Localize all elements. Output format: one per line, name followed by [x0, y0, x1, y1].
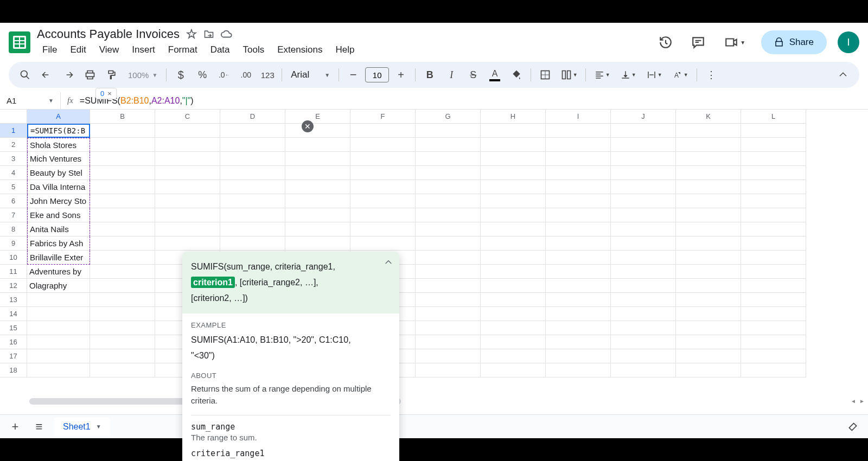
- column-header[interactable]: D: [220, 110, 285, 124]
- cell[interactable]: [611, 166, 676, 180]
- history-icon[interactable]: [655, 31, 676, 53]
- fill-color-icon[interactable]: [507, 65, 526, 85]
- cell[interactable]: [546, 124, 611, 138]
- cell[interactable]: [676, 321, 741, 335]
- cell[interactable]: [416, 265, 481, 279]
- cell[interactable]: [676, 307, 741, 321]
- cell[interactable]: [285, 208, 350, 222]
- cell[interactable]: [741, 180, 806, 194]
- cell[interactable]: [90, 251, 155, 265]
- cell[interactable]: [481, 279, 546, 293]
- cell[interactable]: [155, 236, 220, 251]
- cell[interactable]: [741, 265, 806, 279]
- cell[interactable]: [741, 321, 806, 335]
- cell[interactable]: [611, 265, 676, 279]
- percent-icon[interactable]: %: [193, 65, 212, 85]
- cell[interactable]: [546, 194, 611, 208]
- cell[interactable]: [481, 138, 546, 152]
- cell[interactable]: [741, 124, 806, 138]
- cell[interactable]: [546, 363, 611, 377]
- name-box[interactable]: A1 ▼: [0, 92, 61, 109]
- cell[interactable]: [481, 321, 546, 335]
- sheet-tab-sheet1[interactable]: Sheet1 ▼: [54, 418, 110, 436]
- cell[interactable]: [546, 222, 611, 236]
- column-header[interactable]: H: [481, 110, 546, 124]
- cell[interactable]: [676, 293, 741, 307]
- cell[interactable]: [155, 222, 220, 236]
- row-header[interactable]: 7: [0, 208, 27, 222]
- cell[interactable]: [27, 349, 90, 363]
- cell[interactable]: [90, 222, 155, 236]
- cell[interactable]: [416, 363, 481, 377]
- cell[interactable]: [220, 208, 285, 222]
- add-sheet-button[interactable]: +: [7, 418, 24, 436]
- cell[interactable]: [741, 138, 806, 152]
- cell[interactable]: [611, 321, 676, 335]
- cell[interactable]: [611, 349, 676, 363]
- column-header[interactable]: I: [546, 110, 611, 124]
- formula-bar[interactable]: =SUMIFS(B2:B10, A2:A10, "|"): [80, 96, 868, 106]
- bold-icon[interactable]: B: [420, 65, 439, 85]
- zoom-select[interactable]: 100%▼: [124, 71, 162, 80]
- cell[interactable]: John Mercy Sto: [27, 194, 90, 208]
- menu-tools[interactable]: Tools: [238, 42, 270, 57]
- row-header[interactable]: 16: [0, 335, 27, 349]
- cell[interactable]: [676, 208, 741, 222]
- cell[interactable]: Brillaville Exter: [27, 251, 90, 265]
- menu-help[interactable]: Help: [330, 42, 360, 57]
- menu-extensions[interactable]: Extensions: [272, 42, 328, 57]
- cell[interactable]: [481, 222, 546, 236]
- valign-icon[interactable]: ▼: [616, 65, 640, 85]
- cell[interactable]: [546, 251, 611, 265]
- cell[interactable]: =SUMIFS(B2:B: [27, 124, 90, 138]
- cell[interactable]: [220, 180, 285, 194]
- menu-data[interactable]: Data: [205, 42, 235, 57]
- cell[interactable]: [90, 124, 155, 138]
- cell[interactable]: [350, 222, 416, 236]
- cell[interactable]: [27, 307, 90, 321]
- cell[interactable]: [611, 293, 676, 307]
- cell[interactable]: [90, 208, 155, 222]
- cell[interactable]: [676, 138, 741, 152]
- cell[interactable]: [155, 194, 220, 208]
- cell[interactable]: [676, 222, 741, 236]
- row-header[interactable]: 6: [0, 194, 27, 208]
- cell-area[interactable]: =SUMIFS(B2:BShola StoresMich VenturesBea…: [27, 124, 868, 414]
- column-header[interactable]: G: [416, 110, 481, 124]
- row-header[interactable]: 2: [0, 138, 27, 152]
- merge-icon[interactable]: ▼: [557, 65, 581, 85]
- cell[interactable]: [546, 180, 611, 194]
- cell[interactable]: [90, 321, 155, 335]
- cell[interactable]: [416, 166, 481, 180]
- cell[interactable]: [611, 194, 676, 208]
- cell[interactable]: [155, 208, 220, 222]
- cell[interactable]: Adventures by: [27, 265, 90, 279]
- cell[interactable]: [676, 251, 741, 265]
- cell[interactable]: [90, 335, 155, 349]
- cell[interactable]: [27, 321, 90, 335]
- cell[interactable]: [481, 265, 546, 279]
- cell[interactable]: [611, 138, 676, 152]
- cell[interactable]: [285, 180, 350, 194]
- cell[interactable]: [741, 293, 806, 307]
- cell[interactable]: [546, 236, 611, 251]
- cell[interactable]: [481, 124, 546, 138]
- cell[interactable]: [481, 166, 546, 180]
- cell[interactable]: [611, 279, 676, 293]
- cell[interactable]: [155, 180, 220, 194]
- cell[interactable]: [90, 166, 155, 180]
- move-icon[interactable]: [203, 29, 214, 40]
- cell[interactable]: Olagraphy: [27, 279, 90, 293]
- cell[interactable]: [285, 152, 350, 166]
- row-header[interactable]: 5: [0, 180, 27, 194]
- menu-view[interactable]: View: [94, 42, 125, 57]
- explore-button[interactable]: [844, 418, 861, 436]
- redo-icon[interactable]: [59, 65, 78, 85]
- cell[interactable]: [676, 279, 741, 293]
- cell[interactable]: [741, 279, 806, 293]
- font-size-input[interactable]: 10: [365, 67, 389, 82]
- cell[interactable]: [741, 222, 806, 236]
- cell[interactable]: Fabrics by Ash: [27, 236, 90, 251]
- cell[interactable]: Beauty by Stel: [27, 166, 90, 180]
- cell[interactable]: [676, 236, 741, 251]
